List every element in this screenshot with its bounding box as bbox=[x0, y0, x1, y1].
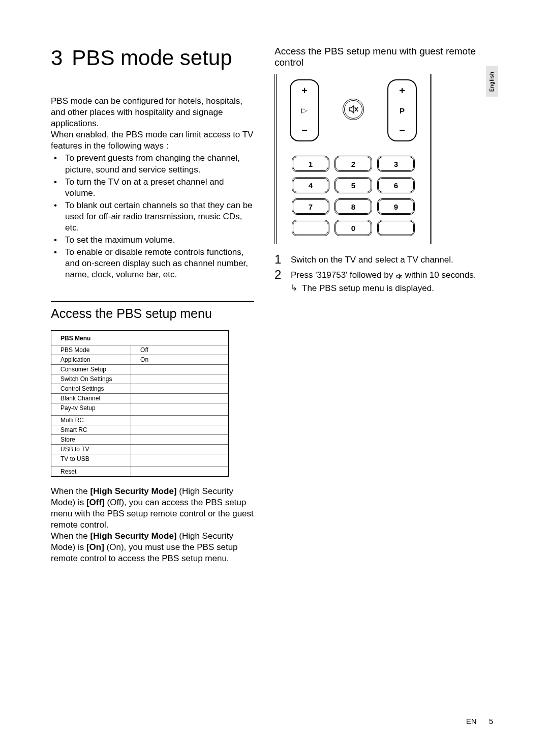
volume-rocker: + − bbox=[290, 79, 319, 141]
table-row: Smart RC bbox=[51, 425, 228, 435]
key-4: 4 bbox=[292, 177, 329, 193]
step-1: 1 Switch on the TV and select a TV chann… bbox=[274, 253, 478, 266]
bullet-item: To prevent guests from changing the chan… bbox=[65, 153, 254, 175]
intro-paragraph-1: PBS mode can be configured for hotels, h… bbox=[51, 96, 254, 129]
feature-bullet-list: To prevent guests from changing the chan… bbox=[51, 153, 254, 280]
key-0: 0 bbox=[334, 220, 372, 236]
pbs-menu-title: PBS Menu bbox=[51, 331, 228, 345]
menu-label: USB to TV bbox=[51, 445, 131, 454]
substep: ↳ The PBS setup menu is displayed. bbox=[291, 283, 476, 294]
key-6: 6 bbox=[377, 177, 415, 193]
menu-value bbox=[131, 435, 228, 445]
bullet-item: To enable or disable remote controls fun… bbox=[65, 247, 254, 280]
menu-label: Pay-tv Setup bbox=[51, 403, 131, 413]
menu-value bbox=[131, 374, 228, 384]
step-number: 1 bbox=[274, 253, 291, 266]
menu-value bbox=[131, 384, 228, 393]
steps-list: 1 Switch on the TV and select a TV chann… bbox=[274, 253, 478, 294]
pbs-menu-table: PBS Menu PBS ModeOff ApplicationOn Consu… bbox=[51, 330, 229, 477]
menu-label: PBS Mode bbox=[51, 345, 131, 355]
table-row: ApplicationOn bbox=[51, 355, 228, 364]
table-row: Control Settings bbox=[51, 384, 228, 393]
remote-control-illustration: + − + P − 1 2 3 4 5 6 7 bbox=[274, 74, 432, 244]
chapter-number: 3 bbox=[51, 46, 63, 70]
substep-text: The PBS setup menu is displayed. bbox=[302, 283, 434, 294]
step-text: Press '319753' followed by within 10 sec… bbox=[291, 269, 476, 294]
footer-lang: EN bbox=[466, 717, 477, 725]
menu-label: Multi RC bbox=[51, 416, 131, 425]
program-minus-icon: − bbox=[399, 125, 405, 135]
table-row: Switch On Settings bbox=[51, 374, 228, 384]
menu-value: On bbox=[131, 355, 228, 364]
menu-label: Control Settings bbox=[51, 384, 131, 393]
bullet-item: To turn the TV on at a preset channel an… bbox=[65, 177, 254, 199]
table-row: Store bbox=[51, 435, 228, 445]
key-3: 3 bbox=[377, 156, 415, 172]
menu-value bbox=[131, 454, 228, 464]
page-footer: EN 5 bbox=[466, 717, 493, 725]
program-rocker: + P − bbox=[387, 79, 417, 141]
chapter-title-text: PBS mode setup bbox=[72, 46, 232, 70]
note-paragraph-2: When the [High Security Mode] (High Secu… bbox=[51, 531, 254, 564]
right-column: Access the PBS setup menu with guest rem… bbox=[274, 46, 478, 564]
menu-label: Application bbox=[51, 355, 131, 364]
note-paragraph-1: When the [High Security Mode] (High Secu… bbox=[51, 486, 254, 531]
bullet-item: To blank out certain channels so that th… bbox=[65, 200, 254, 234]
numeric-keypad: 1 2 3 4 5 6 7 8 9 0 bbox=[290, 156, 417, 236]
menu-label: Consumer Setup bbox=[51, 364, 131, 374]
table-row: USB to TV bbox=[51, 445, 228, 454]
table-row: Pay-tv Setup bbox=[51, 403, 228, 413]
section-divider bbox=[51, 301, 254, 302]
section-heading-access-menu: Access the PBS setup menu bbox=[51, 306, 254, 321]
table-row: Consumer Setup bbox=[51, 364, 228, 374]
table-row: TV to USB bbox=[51, 454, 228, 464]
bullet-item: To set the maximum volume. bbox=[65, 235, 254, 246]
key-8: 8 bbox=[334, 198, 372, 215]
footer-page-number: 5 bbox=[489, 717, 493, 725]
volume-label-icon bbox=[301, 106, 308, 115]
program-label: P bbox=[400, 106, 405, 115]
menu-label: Store bbox=[51, 435, 131, 445]
menu-label: Smart RC bbox=[51, 425, 131, 435]
table-row: Blank Channel bbox=[51, 393, 228, 403]
mute-button-icon bbox=[343, 99, 364, 120]
table-row: Multi RC bbox=[51, 416, 228, 425]
program-plus-icon: + bbox=[399, 85, 405, 96]
menu-value bbox=[131, 445, 228, 454]
volume-plus-icon: + bbox=[301, 85, 308, 96]
menu-label: TV to USB bbox=[51, 454, 131, 464]
key-2: 2 bbox=[334, 156, 372, 172]
step-2: 2 Press '319753' followed by within 10 s… bbox=[274, 269, 478, 294]
intro-paragraph-2: When enabled, the PBS mode can limit acc… bbox=[51, 129, 254, 152]
section-heading-guest-remote: Access the PBS setup menu with guest rem… bbox=[274, 46, 478, 68]
arrow-bullet-icon: ↳ bbox=[291, 283, 302, 294]
key-blank-right bbox=[377, 220, 415, 236]
menu-value bbox=[131, 425, 228, 435]
key-5: 5 bbox=[334, 177, 372, 193]
key-9: 9 bbox=[377, 198, 415, 215]
key-7: 7 bbox=[292, 198, 329, 215]
key-blank-left bbox=[292, 220, 329, 236]
menu-value bbox=[131, 393, 228, 403]
menu-label: Switch On Settings bbox=[51, 374, 131, 384]
key-1: 1 bbox=[292, 156, 329, 172]
step-number: 2 bbox=[274, 269, 291, 281]
chapter-title: 3PBS mode setup bbox=[51, 46, 254, 70]
table-row: PBS ModeOff bbox=[51, 345, 228, 355]
menu-value bbox=[131, 403, 228, 413]
mute-icon-inline bbox=[395, 271, 403, 280]
menu-label: Blank Channel bbox=[51, 393, 131, 403]
left-column: 3PBS mode setup PBS mode can be configur… bbox=[51, 46, 254, 564]
step-text: Switch on the TV and select a TV channel… bbox=[291, 253, 453, 266]
menu-value bbox=[131, 416, 228, 425]
language-tab: English bbox=[486, 66, 498, 97]
menu-label: Reset bbox=[51, 467, 131, 476]
table-row: Reset bbox=[51, 467, 228, 476]
volume-minus-icon: − bbox=[301, 125, 308, 135]
menu-value: Off bbox=[131, 345, 228, 355]
menu-value bbox=[131, 364, 228, 374]
menu-value bbox=[131, 467, 228, 476]
language-tab-text: English bbox=[490, 71, 495, 92]
